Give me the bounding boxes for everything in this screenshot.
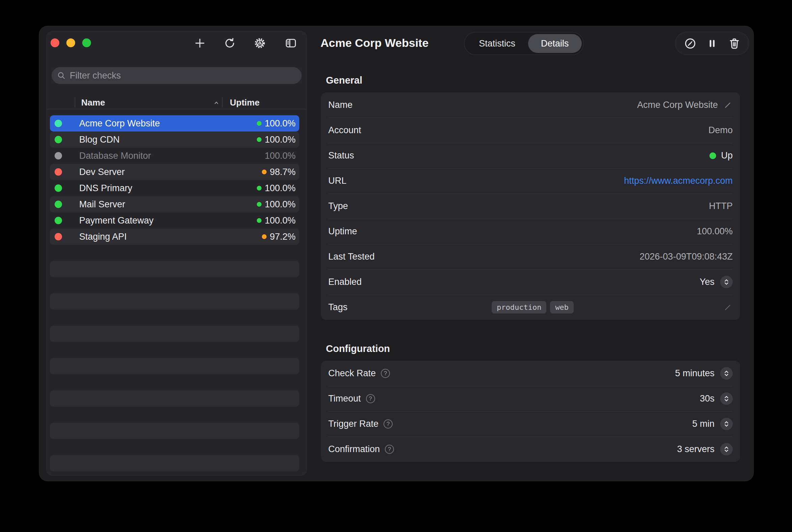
uptime-dot [262, 234, 267, 239]
row-label: URL [328, 176, 346, 186]
detail-row: EnabledYes [321, 269, 740, 294]
check-status-dot [55, 201, 62, 208]
filter-field [52, 67, 302, 84]
check-name: Acme Corp Website [79, 118, 160, 129]
uptime-dot [257, 121, 262, 126]
general-card: NameAcme Corp WebsiteAccountDemoStatusUp… [321, 92, 740, 320]
check-name: Mail Server [79, 199, 125, 210]
row-value: Up [721, 150, 733, 161]
check-uptime: 98.7% [270, 167, 295, 177]
delete-check-button[interactable] [727, 36, 742, 51]
check-row[interactable]: Staging API97.2% [50, 229, 299, 245]
uptime-dot [262, 170, 267, 174]
tag-list: productionweb [347, 301, 718, 314]
empty-row [50, 245, 299, 261]
detail-row: Uptime100.00% [321, 219, 740, 244]
empty-row [50, 326, 299, 342]
stepper-icon [722, 369, 730, 377]
toggle-sidebar-button[interactable] [285, 37, 297, 50]
compass-icon [684, 37, 697, 50]
detail-row: Tagsproductionweb [321, 294, 740, 320]
row-label: Account [328, 125, 361, 135]
check-actions-group [675, 32, 749, 55]
help-icon[interactable]: ? [385, 445, 394, 454]
stepper-icon [722, 420, 730, 428]
empty-row [50, 293, 299, 309]
tag-chip: production [492, 301, 546, 314]
row-value: HTTP [709, 201, 733, 211]
stepper-control[interactable] [720, 418, 733, 430]
detail-row: URLhttps://www.acmecorp.com [321, 168, 740, 193]
edit-pencil-icon [723, 100, 732, 110]
stepper-control[interactable] [720, 367, 733, 380]
empty-row [50, 342, 299, 358]
column-header-uptime[interactable]: Uptime [230, 96, 259, 109]
column-header-name[interactable]: Name [81, 96, 105, 109]
row-value: 3 servers [677, 444, 714, 454]
empty-row [50, 439, 299, 455]
detail-row: StatusUp [321, 143, 740, 168]
check-row[interactable]: Payment Gateway100.0% [50, 212, 299, 229]
uptime-dot [257, 202, 262, 207]
edit-tags-button[interactable] [722, 302, 733, 312]
zoom-window-button[interactable] [82, 38, 91, 47]
row-label: Check Rate? [328, 368, 390, 379]
row-value: 2026-03-09T09:08:43Z [640, 251, 733, 262]
refresh-icon [224, 37, 236, 49]
column-divider [75, 97, 75, 108]
check-row[interactable]: Database Monitor100.0% [50, 148, 299, 164]
sidebar-toggle-icon [285, 37, 297, 49]
stepper-control[interactable] [720, 276, 733, 288]
add-check-button[interactable] [193, 37, 206, 50]
stepper-control[interactable] [720, 443, 733, 455]
check-status-dot [55, 120, 62, 127]
pause-check-button[interactable] [705, 36, 719, 51]
help-icon[interactable]: ? [381, 369, 390, 378]
open-in-browser-button[interactable] [683, 36, 698, 51]
row-value: 30s [700, 394, 714, 404]
stepper-control[interactable] [720, 393, 733, 405]
empty-row [50, 309, 299, 326]
edit-name-button[interactable] [722, 100, 733, 110]
pause-icon [706, 37, 718, 50]
check-status-dot [55, 185, 62, 192]
check-row[interactable]: Mail Server100.0% [50, 196, 299, 212]
check-name: Dev Server [79, 167, 125, 177]
check-name: Blog CDN [79, 134, 120, 145]
row-label: Timeout? [328, 394, 375, 404]
check-row[interactable]: Acme Corp Website100.0% [50, 115, 299, 132]
uptime-dot [257, 186, 262, 190]
status-up-dot [710, 152, 716, 159]
check-name: Database Monitor [79, 151, 151, 161]
detail-row: Check Rate?5 minutes [321, 361, 740, 386]
empty-row [50, 261, 299, 277]
empty-row [50, 277, 299, 293]
tab-statistics[interactable]: Statistics [466, 34, 528, 53]
minimize-window-button[interactable] [66, 38, 75, 47]
search-input[interactable] [70, 71, 296, 81]
check-uptime: 100.0% [265, 134, 295, 145]
check-uptime: 100.0% [265, 151, 295, 161]
section-title-configuration: Configuration [326, 343, 390, 354]
row-value: 5 minutes [675, 368, 714, 379]
settings-button[interactable] [253, 37, 266, 50]
empty-row [50, 455, 299, 471]
check-row[interactable]: Dev Server98.7% [50, 164, 299, 180]
check-row[interactable]: DNS Primary100.0% [50, 180, 299, 196]
close-window-button[interactable] [51, 38, 59, 47]
check-name: Payment Gateway [79, 215, 154, 226]
check-name: Staging API [79, 232, 127, 242]
url-link[interactable]: https://www.acmecorp.com [624, 176, 733, 186]
detail-row: Timeout?30s [321, 386, 740, 411]
view-segmented-control: Statistics Details [464, 32, 583, 55]
uptime-dot [257, 218, 262, 223]
refresh-button[interactable] [224, 37, 236, 50]
app-window: Name Uptime Acme Corp Website100.0%Blog … [39, 26, 753, 481]
check-list: Acme Corp Website100.0%Blog CDN100.0%Dat… [50, 115, 299, 471]
row-value: 5 min [692, 419, 714, 429]
check-row[interactable]: Blog CDN100.0% [50, 132, 299, 148]
help-icon[interactable]: ? [366, 394, 375, 403]
tab-details[interactable]: Details [528, 34, 582, 53]
row-label: Enabled [328, 277, 362, 287]
help-icon[interactable]: ? [384, 419, 393, 429]
